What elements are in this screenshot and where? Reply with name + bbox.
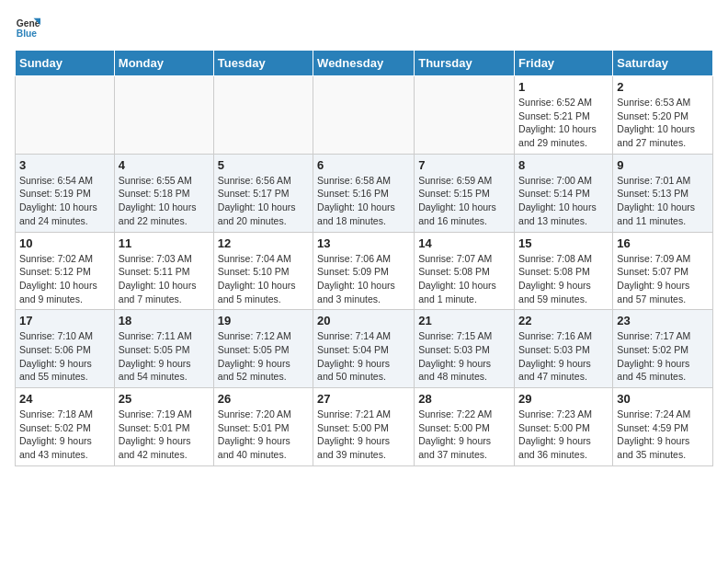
day-info: Sunrise: 7:18 AM Sunset: 5:02 PM Dayligh…	[19, 408, 110, 462]
calendar-cell: 16Sunrise: 7:09 AM Sunset: 5:07 PM Dayli…	[613, 232, 713, 310]
day-info: Sunrise: 7:10 AM Sunset: 5:06 PM Dayligh…	[19, 329, 110, 384]
day-info: Sunrise: 6:52 AM Sunset: 5:21 PM Dayligh…	[518, 96, 609, 150]
logo-icon: General Blue	[15, 15, 40, 40]
calendar-cell	[213, 76, 313, 155]
day-number: 5	[218, 158, 309, 172]
day-number: 28	[418, 392, 510, 406]
day-info: Sunrise: 7:09 AM Sunset: 5:07 PM Dayligh…	[617, 252, 709, 306]
logo: General Blue	[15, 15, 40, 40]
day-number: 6	[317, 158, 410, 172]
calendar-cell: 1Sunrise: 6:52 AM Sunset: 5:21 PM Daylig…	[515, 76, 613, 155]
calendar-cell: 25Sunrise: 7:19 AM Sunset: 5:01 PM Dayli…	[114, 388, 213, 466]
weekday-header: Wednesday	[313, 51, 415, 76]
day-info: Sunrise: 7:22 AM Sunset: 5:00 PM Dayligh…	[418, 408, 510, 462]
day-number: 18	[119, 314, 210, 327]
day-info: Sunrise: 7:06 AM Sunset: 5:09 PM Dayligh…	[317, 252, 410, 306]
day-info: Sunrise: 7:12 AM Sunset: 5:05 PM Dayligh…	[218, 329, 309, 384]
weekday-header: Monday	[114, 51, 213, 76]
calendar-cell: 7Sunrise: 6:59 AM Sunset: 5:15 PM Daylig…	[415, 154, 515, 232]
day-number: 23	[617, 314, 709, 327]
calendar-cell: 8Sunrise: 7:00 AM Sunset: 5:14 PM Daylig…	[515, 154, 613, 232]
day-number: 14	[418, 236, 510, 250]
calendar-cell: 30Sunrise: 7:24 AM Sunset: 4:59 PM Dayli…	[613, 388, 713, 466]
calendar-cell: 5Sunrise: 6:56 AM Sunset: 5:17 PM Daylig…	[213, 154, 313, 232]
day-number: 11	[119, 236, 210, 250]
calendar-cell: 6Sunrise: 6:58 AM Sunset: 5:16 PM Daylig…	[313, 154, 415, 232]
day-number: 8	[518, 158, 609, 172]
day-number: 10	[19, 236, 110, 250]
day-number: 20	[317, 314, 410, 327]
day-info: Sunrise: 6:56 AM Sunset: 5:17 PM Dayligh…	[218, 174, 309, 228]
calendar-cell: 20Sunrise: 7:14 AM Sunset: 5:04 PM Dayli…	[313, 310, 415, 388]
day-info: Sunrise: 7:24 AM Sunset: 4:59 PM Dayligh…	[617, 408, 709, 462]
calendar-cell: 10Sunrise: 7:02 AM Sunset: 5:12 PM Dayli…	[16, 232, 115, 310]
day-number: 16	[617, 236, 709, 250]
calendar-week-row: 1Sunrise: 6:52 AM Sunset: 5:21 PM Daylig…	[16, 76, 713, 155]
weekday-header: Saturday	[613, 51, 713, 76]
calendar-body: 1Sunrise: 6:52 AM Sunset: 5:21 PM Daylig…	[16, 76, 713, 466]
day-number: 21	[418, 314, 510, 327]
calendar-cell: 24Sunrise: 7:18 AM Sunset: 5:02 PM Dayli…	[16, 388, 115, 466]
day-number: 7	[418, 158, 510, 172]
day-info: Sunrise: 7:07 AM Sunset: 5:08 PM Dayligh…	[418, 252, 510, 306]
day-number: 3	[19, 158, 110, 172]
day-number: 22	[518, 314, 609, 327]
day-info: Sunrise: 6:54 AM Sunset: 5:19 PM Dayligh…	[19, 174, 110, 228]
calendar-table: SundayMondayTuesdayWednesdayThursdayFrid…	[15, 50, 713, 466]
calendar-cell: 18Sunrise: 7:11 AM Sunset: 5:05 PM Dayli…	[114, 310, 213, 388]
calendar-cell	[16, 76, 115, 155]
day-info: Sunrise: 7:23 AM Sunset: 5:00 PM Dayligh…	[518, 408, 609, 462]
weekday-header: Tuesday	[213, 51, 313, 76]
day-info: Sunrise: 6:55 AM Sunset: 5:18 PM Dayligh…	[119, 174, 210, 228]
calendar-cell: 21Sunrise: 7:15 AM Sunset: 5:03 PM Dayli…	[415, 310, 515, 388]
day-number: 13	[317, 236, 410, 250]
svg-text:Blue: Blue	[17, 29, 38, 39]
day-number: 27	[317, 392, 410, 406]
calendar-cell: 29Sunrise: 7:23 AM Sunset: 5:00 PM Dayli…	[515, 388, 613, 466]
day-info: Sunrise: 7:04 AM Sunset: 5:10 PM Dayligh…	[218, 252, 309, 306]
calendar-cell	[114, 76, 213, 155]
page-header: General Blue	[15, 15, 713, 40]
calendar-cell: 26Sunrise: 7:20 AM Sunset: 5:01 PM Dayli…	[213, 388, 313, 466]
calendar-cell: 2Sunrise: 6:53 AM Sunset: 5:20 PM Daylig…	[613, 76, 713, 155]
day-number: 24	[19, 392, 110, 406]
day-number: 29	[518, 392, 609, 406]
day-info: Sunrise: 7:11 AM Sunset: 5:05 PM Dayligh…	[119, 329, 210, 384]
day-info: Sunrise: 6:53 AM Sunset: 5:20 PM Dayligh…	[617, 96, 709, 150]
day-number: 9	[617, 158, 709, 172]
calendar-cell: 14Sunrise: 7:07 AM Sunset: 5:08 PM Dayli…	[415, 232, 515, 310]
calendar-cell: 17Sunrise: 7:10 AM Sunset: 5:06 PM Dayli…	[16, 310, 115, 388]
day-info: Sunrise: 7:21 AM Sunset: 5:00 PM Dayligh…	[317, 408, 410, 462]
day-info: Sunrise: 7:19 AM Sunset: 5:01 PM Dayligh…	[119, 408, 210, 462]
calendar-cell: 27Sunrise: 7:21 AM Sunset: 5:00 PM Dayli…	[313, 388, 415, 466]
day-info: Sunrise: 7:16 AM Sunset: 5:03 PM Dayligh…	[518, 329, 609, 384]
weekday-header: Sunday	[16, 51, 115, 76]
day-number: 26	[218, 392, 309, 406]
day-info: Sunrise: 7:15 AM Sunset: 5:03 PM Dayligh…	[418, 329, 510, 384]
day-info: Sunrise: 7:17 AM Sunset: 5:02 PM Dayligh…	[617, 329, 709, 384]
day-number: 15	[518, 236, 609, 250]
day-info: Sunrise: 6:58 AM Sunset: 5:16 PM Dayligh…	[317, 174, 410, 228]
weekday-header: Friday	[515, 51, 613, 76]
calendar-cell: 22Sunrise: 7:16 AM Sunset: 5:03 PM Dayli…	[515, 310, 613, 388]
day-number: 12	[218, 236, 309, 250]
calendar-cell: 23Sunrise: 7:17 AM Sunset: 5:02 PM Dayli…	[613, 310, 713, 388]
day-number: 1	[518, 80, 609, 94]
day-info: Sunrise: 7:00 AM Sunset: 5:14 PM Dayligh…	[518, 174, 609, 228]
calendar-cell	[415, 76, 515, 155]
calendar-cell: 3Sunrise: 6:54 AM Sunset: 5:19 PM Daylig…	[16, 154, 115, 232]
calendar-header-row: SundayMondayTuesdayWednesdayThursdayFrid…	[16, 51, 713, 76]
weekday-header: Thursday	[415, 51, 515, 76]
calendar-cell: 28Sunrise: 7:22 AM Sunset: 5:00 PM Dayli…	[415, 388, 515, 466]
day-info: Sunrise: 7:02 AM Sunset: 5:12 PM Dayligh…	[19, 252, 110, 306]
day-number: 19	[218, 314, 309, 327]
day-info: Sunrise: 6:59 AM Sunset: 5:15 PM Dayligh…	[418, 174, 510, 228]
calendar-week-row: 10Sunrise: 7:02 AM Sunset: 5:12 PM Dayli…	[16, 232, 713, 310]
calendar-cell	[313, 76, 415, 155]
calendar-cell: 11Sunrise: 7:03 AM Sunset: 5:11 PM Dayli…	[114, 232, 213, 310]
calendar-week-row: 24Sunrise: 7:18 AM Sunset: 5:02 PM Dayli…	[16, 388, 713, 466]
calendar-week-row: 17Sunrise: 7:10 AM Sunset: 5:06 PM Dayli…	[16, 310, 713, 388]
day-number: 4	[119, 158, 210, 172]
day-info: Sunrise: 7:03 AM Sunset: 5:11 PM Dayligh…	[119, 252, 210, 306]
day-info: Sunrise: 7:14 AM Sunset: 5:04 PM Dayligh…	[317, 329, 410, 384]
